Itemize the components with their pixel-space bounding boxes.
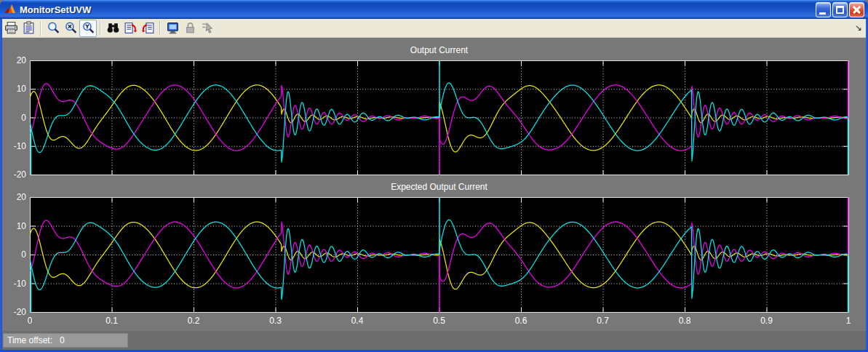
toolbar-separator — [100, 21, 101, 36]
maximize-button[interactable] — [832, 2, 848, 17]
status-bar: Time offset: 0 — [2, 331, 866, 350]
zoom-x-icon — [64, 21, 78, 35]
signal-selection-button[interactable] — [199, 20, 216, 37]
lock-icon — [183, 21, 197, 35]
save-axes-button[interactable] — [122, 20, 139, 37]
parameters-button[interactable] — [20, 20, 37, 37]
y-tick-label: 0 — [3, 249, 26, 260]
x-tick-label: 0.8 — [669, 316, 701, 326]
time-offset-label: Time offset: — [7, 335, 52, 345]
matlab-logo-icon — [4, 4, 16, 15]
y-tick-label: -20 — [3, 169, 26, 180]
time-offset-panel: Time offset: 0 — [3, 333, 128, 348]
plot-title-expected-output-current: Expected Output Current — [30, 182, 848, 192]
signal-selection-icon — [201, 21, 215, 35]
toolbar-overflow-arrow[interactable]: ↘ — [855, 23, 862, 33]
zoom-icon — [47, 21, 60, 35]
zoom-x-button[interactable] — [62, 20, 79, 37]
floating-scope-button[interactable] — [164, 20, 181, 37]
scope-window: MonitorSetUVW — [0, 0, 868, 352]
y-tick-label: -10 — [3, 279, 26, 289]
x-tick-label: 0.5 — [423, 316, 455, 326]
minimize-icon — [819, 12, 826, 15]
x-tick-label: 0 — [14, 316, 46, 326]
restore-axes-button[interactable] — [139, 20, 156, 37]
close-button[interactable] — [849, 2, 864, 17]
binoculars-icon — [106, 21, 120, 35]
print-button[interactable] — [2, 20, 20, 37]
minimize-button[interactable] — [816, 2, 831, 17]
x-tick-label: 0.6 — [505, 316, 537, 326]
zoom-y-button[interactable] — [79, 20, 97, 37]
waveform-canvas-output-current[interactable] — [30, 60, 849, 175]
x-tick-label: 0.9 — [751, 316, 783, 326]
printer-icon — [4, 21, 18, 35]
plot-title-output-current: Output Current — [30, 45, 848, 55]
y-tick-label: 0 — [3, 113, 26, 123]
floating-scope-icon — [166, 21, 180, 35]
save-axes-icon — [124, 21, 138, 35]
x-tick-label: 0.7 — [587, 316, 619, 326]
y-tick-label: 10 — [3, 84, 26, 94]
y-tick-label: 20 — [3, 55, 26, 65]
toolbar-separator — [40, 21, 41, 36]
y-tick-label: -10 — [3, 141, 26, 151]
x-tick-label: 0.2 — [178, 316, 210, 326]
time-offset-value: 0 — [60, 335, 65, 345]
scope-toolbar: ↘ — [0, 19, 868, 38]
title-bar[interactable]: MonitorSetUVW — [0, 0, 868, 19]
autoscale-button[interactable] — [104, 20, 122, 37]
window-title: MonitorSetUVW — [20, 4, 814, 15]
y-tick-label: 10 — [3, 221, 26, 231]
zoom-button[interactable] — [44, 20, 62, 37]
maximize-icon — [836, 6, 844, 14]
x-tick-label: 0.1 — [96, 316, 128, 326]
lock-axes-button[interactable] — [181, 20, 199, 37]
x-tick-label: 0.4 — [341, 316, 373, 326]
restore-axes-icon — [141, 21, 155, 35]
x-tick-label: 1 — [832, 316, 864, 326]
window-border-left — [0, 19, 2, 352]
zoom-y-icon — [81, 21, 95, 35]
waveform-canvas-expected-output-current[interactable] — [30, 197, 849, 313]
toolbar-separator — [159, 21, 161, 36]
x-tick-label: 0.3 — [260, 316, 292, 326]
parameters-icon — [22, 21, 36, 35]
y-tick-label: 20 — [3, 192, 26, 202]
